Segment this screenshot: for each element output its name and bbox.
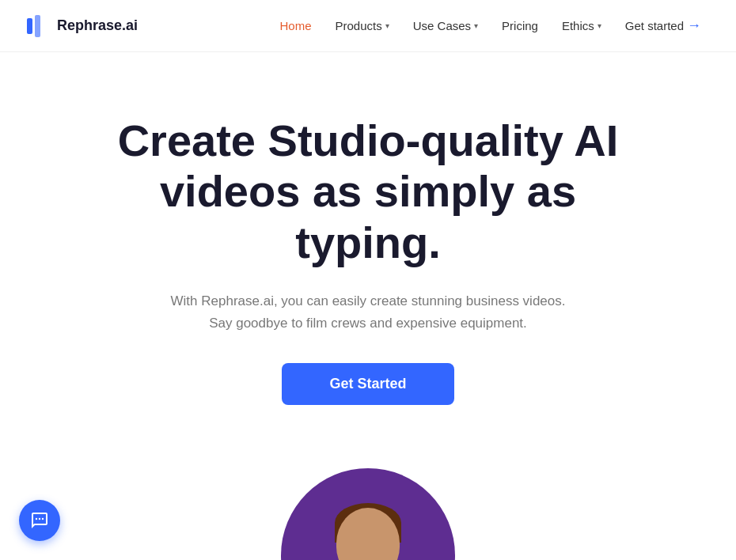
- logo-link[interactable]: Rephrase.ai: [25, 13, 138, 39]
- nav-use-cases[interactable]: Use Cases ▾: [404, 13, 488, 39]
- use-cases-chevron-icon: ▾: [474, 21, 478, 30]
- nav-ethics[interactable]: Ethics ▾: [552, 13, 611, 39]
- hero-cta-button[interactable]: Get Started: [282, 363, 453, 405]
- nav-pricing[interactable]: Pricing: [492, 13, 548, 39]
- ethics-chevron-icon: ▾: [598, 21, 601, 30]
- products-chevron-icon: ▾: [385, 21, 389, 30]
- chat-icon: [30, 511, 49, 530]
- svg-point-2: [36, 518, 37, 520]
- nav-products[interactable]: Products ▾: [326, 13, 399, 39]
- chat-button[interactable]: [19, 500, 60, 541]
- svg-point-3: [39, 518, 40, 520]
- nav-home[interactable]: Home: [271, 13, 321, 39]
- hero-subtitle-1: With Rephrase.ai, you can easily create …: [47, 293, 689, 309]
- svg-point-4: [42, 518, 44, 520]
- navbar: Rephrase.ai Home Products ▾ Use Cases ▾ …: [0, 0, 736, 52]
- svg-rect-0: [27, 18, 32, 34]
- hero-subtitle-2: Say goodbye to film crews and expensive …: [47, 316, 689, 331]
- avatar-person: [301, 492, 435, 560]
- get-started-arrow-icon: →: [687, 17, 701, 34]
- hero-title: Create Studio-quality AI videos as simpl…: [99, 115, 637, 268]
- logo-icon: [25, 13, 51, 39]
- avatar-section: [0, 468, 736, 560]
- hero-section: Create Studio-quality AI videos as simpl…: [0, 52, 736, 437]
- avatar-circle: [281, 468, 455, 560]
- nav-get-started-link[interactable]: Get started →: [616, 11, 711, 40]
- logo-text: Rephrase.ai: [57, 17, 138, 34]
- nav-links: Home Products ▾ Use Cases ▾ Pricing Ethi…: [271, 11, 711, 40]
- svg-rect-1: [35, 15, 40, 37]
